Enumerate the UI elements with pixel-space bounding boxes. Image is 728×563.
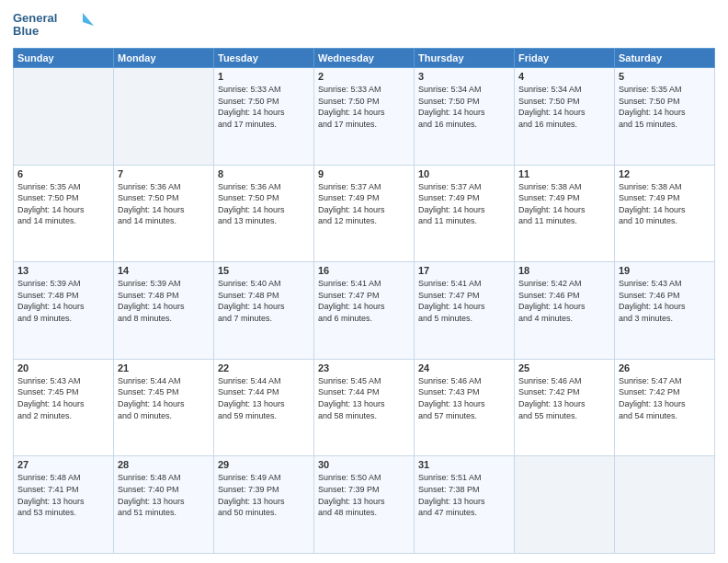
calendar-cell: 21Sunrise: 5:44 AM Sunset: 7:45 PM Dayli… (114, 359, 214, 456)
calendar-cell: 7Sunrise: 5:36 AM Sunset: 7:50 PM Daylig… (114, 165, 214, 262)
calendar-cell: 8Sunrise: 5:36 AM Sunset: 7:50 PM Daylig… (214, 165, 314, 262)
calendar-cell: 16Sunrise: 5:41 AM Sunset: 7:47 PM Dayli… (314, 262, 415, 360)
calendar-cell (515, 456, 615, 554)
day-info: Sunrise: 5:47 AM Sunset: 7:42 PM Dayligh… (619, 375, 711, 421)
weekday-header-sunday: Sunday (14, 49, 114, 68)
day-number: 22 (218, 362, 310, 373)
day-info: Sunrise: 5:36 AM Sunset: 7:50 PM Dayligh… (218, 181, 310, 227)
day-info: Sunrise: 5:43 AM Sunset: 7:45 PM Dayligh… (17, 375, 109, 421)
day-info: Sunrise: 5:51 AM Sunset: 7:38 PM Dayligh… (418, 472, 510, 518)
calendar-cell: 30Sunrise: 5:50 AM Sunset: 7:39 PM Dayli… (314, 456, 415, 554)
day-number: 4 (518, 71, 610, 82)
day-info: Sunrise: 5:37 AM Sunset: 7:49 PM Dayligh… (418, 181, 510, 227)
day-number: 23 (318, 362, 410, 373)
day-info: Sunrise: 5:49 AM Sunset: 7:39 PM Dayligh… (218, 472, 310, 518)
day-number: 29 (218, 459, 310, 470)
day-info: Sunrise: 5:34 AM Sunset: 7:50 PM Dayligh… (518, 84, 610, 130)
day-number: 10 (418, 168, 510, 179)
day-info: Sunrise: 5:38 AM Sunset: 7:49 PM Dayligh… (518, 181, 610, 227)
calendar-cell: 27Sunrise: 5:48 AM Sunset: 7:41 PM Dayli… (14, 456, 114, 554)
weekday-header-tuesday: Tuesday (214, 49, 314, 68)
calendar-cell: 9Sunrise: 5:37 AM Sunset: 7:49 PM Daylig… (314, 165, 415, 262)
day-number: 24 (418, 362, 510, 373)
calendar-cell: 3Sunrise: 5:34 AM Sunset: 7:50 PM Daylig… (415, 68, 515, 166)
day-info: Sunrise: 5:39 AM Sunset: 7:48 PM Dayligh… (17, 278, 109, 324)
day-number: 9 (318, 168, 410, 179)
calendar-cell: 26Sunrise: 5:47 AM Sunset: 7:42 PM Dayli… (615, 359, 715, 456)
week-row-5: 27Sunrise: 5:48 AM Sunset: 7:41 PM Dayli… (14, 456, 715, 554)
calendar-cell: 12Sunrise: 5:38 AM Sunset: 7:49 PM Dayli… (615, 165, 715, 262)
day-info: Sunrise: 5:41 AM Sunset: 7:47 PM Dayligh… (418, 278, 510, 324)
calendar-cell: 20Sunrise: 5:43 AM Sunset: 7:45 PM Dayli… (14, 359, 114, 456)
svg-text:Blue: Blue (13, 24, 39, 38)
day-number: 1 (218, 71, 310, 82)
day-info: Sunrise: 5:33 AM Sunset: 7:50 PM Dayligh… (218, 84, 310, 130)
day-number: 7 (118, 168, 210, 179)
day-info: Sunrise: 5:50 AM Sunset: 7:39 PM Dayligh… (318, 472, 410, 518)
weekday-header-saturday: Saturday (615, 49, 715, 68)
day-number: 13 (17, 265, 109, 276)
calendar-cell: 25Sunrise: 5:46 AM Sunset: 7:42 PM Dayli… (515, 359, 615, 456)
header: General Blue (13, 9, 715, 42)
weekday-header-wednesday: Wednesday (314, 49, 415, 68)
calendar-cell: 10Sunrise: 5:37 AM Sunset: 7:49 PM Dayli… (415, 165, 515, 262)
weekday-header-monday: Monday (114, 49, 214, 68)
calendar-cell: 5Sunrise: 5:35 AM Sunset: 7:50 PM Daylig… (615, 68, 715, 166)
day-number: 20 (17, 362, 109, 373)
day-number: 18 (518, 265, 610, 276)
day-number: 31 (418, 459, 510, 470)
day-info: Sunrise: 5:35 AM Sunset: 7:50 PM Dayligh… (17, 181, 109, 227)
calendar-cell: 1Sunrise: 5:33 AM Sunset: 7:50 PM Daylig… (214, 68, 314, 166)
day-number: 3 (418, 71, 510, 82)
day-number: 14 (118, 265, 210, 276)
day-info: Sunrise: 5:48 AM Sunset: 7:41 PM Dayligh… (17, 472, 109, 518)
calendar-cell: 28Sunrise: 5:48 AM Sunset: 7:40 PM Dayli… (114, 456, 214, 554)
day-number: 15 (218, 265, 310, 276)
svg-text:General: General (13, 11, 57, 25)
calendar-cell: 23Sunrise: 5:45 AM Sunset: 7:44 PM Dayli… (314, 359, 415, 456)
week-row-1: 1Sunrise: 5:33 AM Sunset: 7:50 PM Daylig… (14, 68, 715, 166)
day-number: 27 (17, 459, 109, 470)
day-info: Sunrise: 5:44 AM Sunset: 7:45 PM Dayligh… (118, 375, 210, 421)
calendar-cell: 29Sunrise: 5:49 AM Sunset: 7:39 PM Dayli… (214, 456, 314, 554)
calendar-cell: 18Sunrise: 5:42 AM Sunset: 7:46 PM Dayli… (515, 262, 615, 360)
calendar-table: SundayMondayTuesdayWednesdayThursdayFrid… (13, 48, 715, 554)
day-info: Sunrise: 5:33 AM Sunset: 7:50 PM Dayligh… (318, 84, 410, 130)
day-info: Sunrise: 5:38 AM Sunset: 7:49 PM Dayligh… (619, 181, 711, 227)
weekday-header-thursday: Thursday (415, 49, 515, 68)
day-info: Sunrise: 5:45 AM Sunset: 7:44 PM Dayligh… (318, 375, 410, 421)
day-info: Sunrise: 5:42 AM Sunset: 7:46 PM Dayligh… (518, 278, 610, 324)
day-number: 2 (318, 71, 410, 82)
week-row-3: 13Sunrise: 5:39 AM Sunset: 7:48 PM Dayli… (14, 262, 715, 360)
calendar-cell: 2Sunrise: 5:33 AM Sunset: 7:50 PM Daylig… (314, 68, 415, 166)
day-number: 11 (518, 168, 610, 179)
day-number: 28 (118, 459, 210, 470)
day-info: Sunrise: 5:37 AM Sunset: 7:49 PM Dayligh… (318, 181, 410, 227)
logo: General Blue (13, 9, 96, 42)
weekday-header-friday: Friday (515, 49, 615, 68)
day-number: 17 (418, 265, 510, 276)
calendar-cell: 31Sunrise: 5:51 AM Sunset: 7:38 PM Dayli… (415, 456, 515, 554)
day-number: 21 (118, 362, 210, 373)
day-number: 6 (17, 168, 109, 179)
weekday-header-row: SundayMondayTuesdayWednesdayThursdayFrid… (14, 49, 715, 68)
day-number: 8 (218, 168, 310, 179)
day-info: Sunrise: 5:41 AM Sunset: 7:47 PM Dayligh… (318, 278, 410, 324)
calendar-cell: 15Sunrise: 5:40 AM Sunset: 7:48 PM Dayli… (214, 262, 314, 360)
logo-svg: General Blue (13, 9, 96, 42)
week-row-4: 20Sunrise: 5:43 AM Sunset: 7:45 PM Dayli… (14, 359, 715, 456)
day-info: Sunrise: 5:48 AM Sunset: 7:40 PM Dayligh… (118, 472, 210, 518)
calendar-cell (615, 456, 715, 554)
day-info: Sunrise: 5:44 AM Sunset: 7:44 PM Dayligh… (218, 375, 310, 421)
day-info: Sunrise: 5:43 AM Sunset: 7:46 PM Dayligh… (619, 278, 711, 324)
calendar-cell: 11Sunrise: 5:38 AM Sunset: 7:49 PM Dayli… (515, 165, 615, 262)
calendar-cell: 22Sunrise: 5:44 AM Sunset: 7:44 PM Dayli… (214, 359, 314, 456)
day-info: Sunrise: 5:36 AM Sunset: 7:50 PM Dayligh… (118, 181, 210, 227)
calendar-cell: 19Sunrise: 5:43 AM Sunset: 7:46 PM Dayli… (615, 262, 715, 360)
day-number: 19 (619, 265, 711, 276)
day-info: Sunrise: 5:46 AM Sunset: 7:42 PM Dayligh… (518, 375, 610, 421)
day-number: 16 (318, 265, 410, 276)
day-info: Sunrise: 5:35 AM Sunset: 7:50 PM Dayligh… (619, 84, 711, 130)
svg-marker-2 (83, 13, 94, 26)
calendar-cell (14, 68, 114, 166)
